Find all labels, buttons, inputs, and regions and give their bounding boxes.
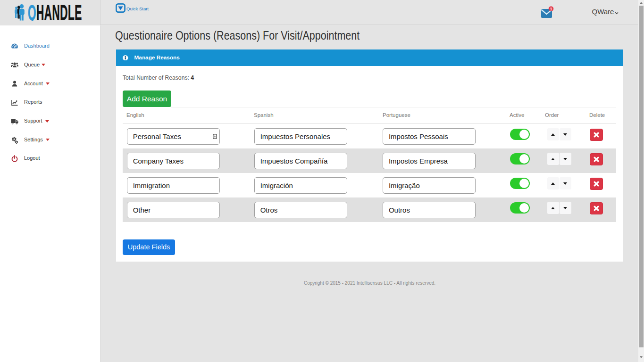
svg-text:1: 1 <box>550 7 552 11</box>
